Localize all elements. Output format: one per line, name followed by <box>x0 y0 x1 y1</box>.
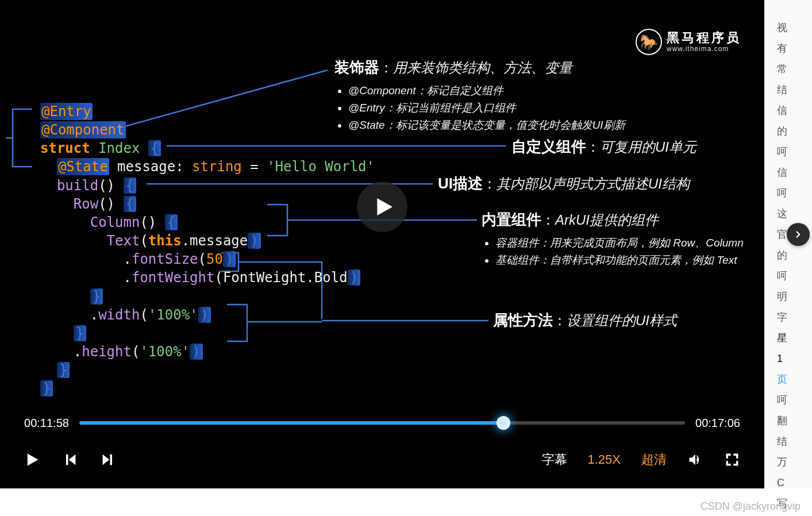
sidebar-char: 的 <box>770 121 806 141</box>
sidebar-char: 万 <box>770 452 806 472</box>
sidebar-char: 字 <box>770 307 806 328</box>
anno-builtin-component: 内置组件：ArkUI提供的组件 容器组件：用来完成页面布局，例如 Row、Col… <box>482 210 744 270</box>
fullscreen-button[interactable] <box>724 452 740 468</box>
sidebar-char: 星 <box>770 328 806 348</box>
volume-button[interactable] <box>687 452 703 468</box>
sidebar-char: 视 <box>770 17 806 38</box>
anno-ui-desc: UI描述：其内部以声明式方式描述UI结构 <box>438 174 690 194</box>
progress-fill <box>79 421 503 425</box>
progress-bar[interactable] <box>79 421 685 425</box>
logo-title: 黑马程序员 <box>667 31 741 45</box>
sidebar-fragment: 视有常结信的呵信呵这官的呵明字星1页呵翻结万C写 <box>764 0 812 488</box>
logo-url: www.itheima.com <box>667 45 741 53</box>
anno-decorator: 装饰器：用来装饰类结构、方法、变量 @Component：标记自定义组件 @En… <box>334 57 625 135</box>
sidebar-char: 这 <box>770 203 806 224</box>
next-button[interactable] <box>100 452 116 468</box>
quality-button[interactable]: 超清 <box>641 451 667 468</box>
prev-button[interactable] <box>62 452 78 468</box>
sidebar-char: 明 <box>770 286 806 307</box>
sidebar-char: C <box>770 472 806 493</box>
video-player: 🐎 黑马程序员 www.itheima.com <box>0 0 764 488</box>
play-icon <box>372 195 395 218</box>
sidebar-char: 页 <box>770 369 806 390</box>
chevron-right-icon <box>793 229 803 240</box>
sidebar-char: 呵 <box>770 390 806 410</box>
sidebar-char: 呵 <box>770 265 806 286</box>
brand-logo: 🐎 黑马程序员 www.itheima.com <box>636 29 741 55</box>
play-button-center[interactable] <box>357 182 407 232</box>
sidebar-char: 1 <box>770 348 806 369</box>
horse-icon: 🐎 <box>636 29 662 55</box>
subtitle-button[interactable]: 字幕 <box>542 451 567 468</box>
player-controls: 00:11:58 00:17:06 字幕 1.25X 超清 <box>0 414 764 488</box>
sidebar-expand-button[interactable] <box>787 223 810 246</box>
sidebar-char: 结 <box>770 431 806 452</box>
sidebar-char: 有 <box>770 38 806 59</box>
time-current: 00:11:58 <box>24 417 69 430</box>
sidebar-char: 信 <box>770 100 806 121</box>
speed-button[interactable]: 1.25X <box>588 452 621 467</box>
sidebar-char: 信 <box>770 162 806 183</box>
progress-knob[interactable] <box>497 416 510 430</box>
video-area[interactable]: 🐎 黑马程序员 www.itheima.com <box>0 0 764 414</box>
sidebar-char: 结 <box>770 79 806 100</box>
sidebar-char: 的 <box>770 245 806 265</box>
anno-custom-component: 自定义组件：可复用的UI单元 <box>511 137 696 157</box>
sidebar-char: 翻 <box>770 410 806 431</box>
time-total: 00:17:06 <box>695 417 740 430</box>
code-block: @Entry @Component struct Index { @State … <box>40 102 375 398</box>
watermark: CSDN @jackyrongvip <box>701 500 801 513</box>
sidebar-char: 常 <box>770 59 806 79</box>
play-button[interactable] <box>24 452 40 468</box>
sidebar-char: 呵 <box>770 183 806 203</box>
sidebar-char: 呵 <box>770 141 806 162</box>
progress-row: 00:11:58 00:17:06 <box>24 414 740 432</box>
anno-attr-method: 属性方法：设置组件的UI样式 <box>493 310 677 330</box>
